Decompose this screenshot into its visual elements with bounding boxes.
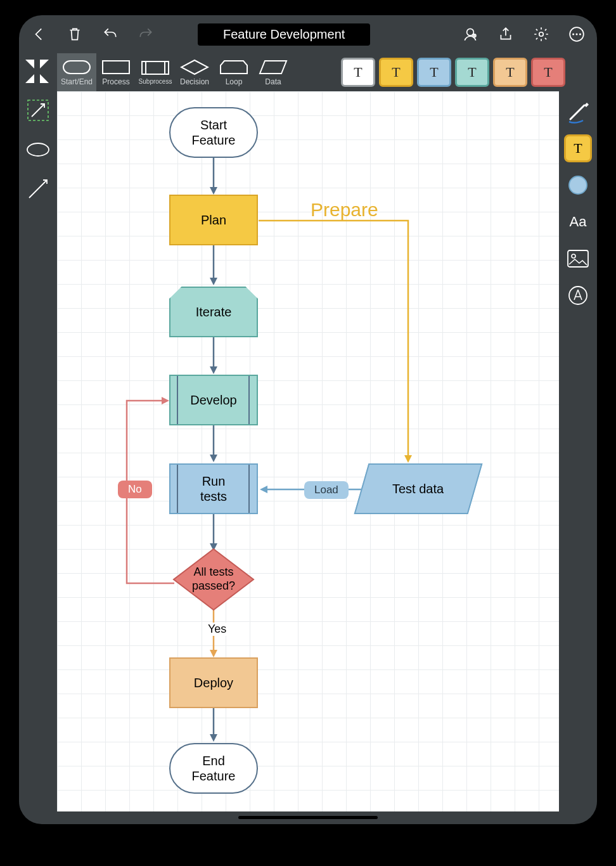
- left-toolbar: [19, 91, 57, 208]
- corner-tool[interactable]: [19, 53, 57, 91]
- share-icon[interactable]: [497, 25, 515, 43]
- swatch-5[interactable]: T: [531, 58, 565, 87]
- document-title[interactable]: Feature Development: [198, 23, 370, 46]
- svg-marker-26: [210, 366, 217, 374]
- active-color-swatch[interactable]: T: [564, 134, 592, 162]
- line-tool[interactable]: [24, 175, 52, 203]
- svg-marker-28: [210, 455, 217, 462]
- svg-point-19: [572, 254, 575, 258]
- swatch-2[interactable]: T: [417, 58, 451, 87]
- node-deploy[interactable]: Deploy: [169, 657, 258, 708]
- shape-loop[interactable]: Loop: [214, 53, 253, 91]
- svg-point-6: [579, 33, 581, 35]
- shape-process[interactable]: Process: [96, 53, 136, 91]
- more-icon[interactable]: [568, 25, 586, 43]
- swatch-1[interactable]: T: [379, 58, 413, 87]
- svg-marker-13: [221, 61, 247, 74]
- node-plan[interactable]: Plan: [169, 195, 258, 245]
- node-iterate[interactable]: Iterate: [169, 287, 258, 337]
- redo-icon[interactable]: [137, 25, 155, 43]
- swatch-0[interactable]: T: [341, 58, 375, 87]
- node-runtests[interactable]: Run tests: [169, 463, 258, 514]
- shape-label: Process: [102, 77, 129, 86]
- back-icon[interactable]: [30, 25, 48, 43]
- shape-subprocess[interactable]: Subprocess: [136, 53, 175, 91]
- svg-rect-7: [63, 61, 90, 74]
- home-indicator: [238, 816, 378, 819]
- svg-marker-37: [260, 486, 267, 493]
- shape-label: Loop: [226, 77, 243, 86]
- svg-point-4: [572, 33, 574, 35]
- edge-label-prepare: Prepare: [311, 199, 378, 221]
- svg-point-16: [27, 143, 49, 156]
- shape-data[interactable]: Data: [253, 53, 293, 91]
- svg-marker-35: [404, 455, 412, 463]
- svg-marker-32: [210, 650, 217, 657]
- svg-marker-34: [210, 734, 217, 742]
- canvas[interactable]: Start Feature Plan Iterate Develop Run t…: [57, 91, 559, 811]
- node-develop[interactable]: Develop: [169, 375, 258, 425]
- edge-label-no: No: [118, 481, 152, 498]
- pen-tool[interactable]: [564, 98, 592, 126]
- svg-marker-24: [210, 278, 217, 285]
- shape-label: Subprocess: [139, 78, 172, 85]
- top-toolbar: Feature Development: [19, 15, 597, 53]
- image-tool[interactable]: [564, 245, 592, 273]
- shape-toolbar: Start/End Process Subprocess Decision Lo…: [19, 53, 597, 91]
- edge-label-yes: Yes: [203, 623, 231, 636]
- svg-marker-38: [162, 397, 169, 404]
- swatch-3[interactable]: T: [455, 58, 489, 87]
- edge-label-load: Load: [304, 481, 349, 499]
- shape-label: Data: [265, 77, 281, 86]
- annotate-tool[interactable]: [564, 281, 592, 309]
- shape-decision[interactable]: Decision: [175, 53, 214, 91]
- swatch-4[interactable]: T: [493, 58, 527, 87]
- trash-icon[interactable]: [66, 25, 84, 43]
- svg-rect-18: [568, 250, 588, 267]
- shape-label: Start/End: [61, 77, 93, 86]
- svg-point-20: [569, 287, 587, 304]
- undo-icon[interactable]: [101, 25, 119, 43]
- settings-icon[interactable]: [532, 25, 550, 43]
- node-testdata[interactable]: Test data: [354, 463, 483, 514]
- shape-fill-tool[interactable]: [564, 171, 592, 199]
- text-tool[interactable]: Aa: [564, 208, 592, 236]
- shape-start-end[interactable]: Start/End: [57, 53, 96, 91]
- select-tool[interactable]: [24, 96, 52, 124]
- svg-marker-22: [210, 187, 217, 195]
- collaborate-icon[interactable]: [461, 25, 479, 43]
- node-start[interactable]: Start Feature: [169, 107, 258, 158]
- svg-point-5: [575, 33, 577, 35]
- color-swatches: TTTTTT: [341, 53, 597, 91]
- shape-label: Decision: [180, 77, 209, 86]
- node-decision[interactable]: All tests passed?: [172, 548, 255, 611]
- ellipse-tool[interactable]: [24, 136, 52, 164]
- svg-point-2: [539, 32, 544, 37]
- node-end[interactable]: End Feature: [169, 743, 258, 794]
- svg-rect-8: [103, 61, 129, 74]
- right-toolbar: T Aa: [559, 91, 597, 316]
- svg-point-17: [569, 176, 587, 194]
- svg-marker-12: [181, 60, 208, 74]
- svg-marker-14: [260, 61, 286, 74]
